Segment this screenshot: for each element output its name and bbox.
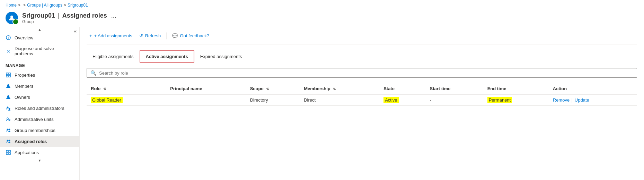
content-area: + + Add assignments ↺ Refresh 💬 Got feed…: [80, 27, 644, 180]
svg-rect-17: [6, 150, 8, 152]
role-value: Global Reader: [91, 97, 123, 103]
sidebar-item-assigned-roles[interactable]: Assigned roles: [0, 136, 79, 147]
column-end-time: End time: [483, 83, 549, 94]
svg-point-0: [10, 16, 13, 18]
sidebar-item-group-memberships[interactable]: Group memberships: [0, 125, 79, 136]
column-start-time: Start time: [426, 83, 483, 94]
sidebar-item-label: Properties: [15, 73, 35, 78]
cell-principal-name: [166, 94, 246, 106]
svg-rect-18: [9, 150, 10, 152]
refresh-icon: ↺: [139, 33, 143, 38]
breadcrumb-home[interactable]: Home: [6, 3, 17, 8]
search-input[interactable]: [99, 70, 633, 76]
sidebar-item-diagnose[interactable]: ✕ Diagnose and solve problems: [0, 43, 79, 59]
svg-rect-20: [9, 153, 10, 154]
sidebar-item-label: Roles and administrators: [15, 106, 64, 111]
sidebar-item-admin-units[interactable]: Administrative units: [0, 114, 79, 125]
members-icon: [6, 83, 11, 89]
add-assignments-button[interactable]: + + Add assignments: [87, 31, 135, 40]
table-header-row: Role ⇅ Principal name Scope ⇅ Membership: [87, 83, 637, 94]
tab-expired-assignments[interactable]: Expired assignments: [194, 50, 248, 63]
cell-state: Active: [379, 94, 425, 106]
sidebar-item-members[interactable]: Members: [0, 80, 79, 92]
cell-role: Global Reader: [87, 94, 166, 106]
breadcrumb-all-groups[interactable]: Groups | All groups: [27, 3, 62, 8]
sidebar: ▲ « i Overview ✕ Diagnose and solve prob…: [0, 27, 80, 180]
plus-icon: +: [89, 33, 92, 38]
refresh-button[interactable]: ↺ Refresh: [136, 31, 164, 40]
sort-icon[interactable]: ⇅: [103, 87, 106, 91]
page-title: Srigroup01 | Assigned roles ...: [22, 12, 118, 19]
page-header-text: Srigroup01 | Assigned roles ... Group: [22, 12, 118, 24]
owners-icon: [6, 94, 11, 100]
sidebar-section-manage: Manage: [0, 59, 79, 69]
svg-point-13: [7, 129, 9, 131]
column-scope: Scope ⇅: [246, 83, 300, 94]
feedback-icon: 💬: [172, 33, 178, 38]
end-time-value: Permanent: [487, 97, 512, 103]
column-state: State: [379, 83, 425, 94]
cell-start-time: -: [426, 94, 483, 106]
sidebar-item-properties[interactable]: Properties: [0, 69, 79, 80]
remove-button[interactable]: Remove: [553, 97, 570, 103]
svg-rect-19: [6, 153, 8, 154]
sidebar-item-label: Applications: [15, 150, 39, 155]
sidebar-collapse-button[interactable]: «: [74, 28, 77, 34]
svg-rect-4: [9, 73, 10, 75]
cell-end-time: Permanent: [483, 94, 549, 106]
state-value: Active: [383, 97, 398, 103]
sidebar-item-label: Diagnose and solve problems: [15, 46, 74, 56]
update-button[interactable]: Update: [575, 97, 589, 103]
applications-icon: [6, 150, 11, 155]
assigned-roles-icon: [6, 139, 11, 144]
svg-rect-6: [9, 75, 10, 77]
svg-point-11: [7, 118, 8, 119]
breadcrumb-srigroup01[interactable]: Srigroup01: [68, 3, 88, 8]
avatar: [6, 12, 18, 24]
sidebar-item-overview[interactable]: i Overview: [0, 32, 79, 43]
svg-rect-3: [6, 73, 8, 75]
roles-icon: [6, 105, 11, 111]
sort-icon[interactable]: ⇅: [266, 87, 269, 91]
app-container: Home > > Groups | All groups > Srigroup0…: [0, 0, 644, 180]
breadcrumb: Home > > Groups | All groups > Srigroup0…: [0, 0, 644, 10]
column-principal-name: Principal name: [166, 83, 246, 94]
cell-membership: Direct: [300, 94, 379, 106]
properties-icon: [6, 72, 11, 78]
main-layout: ▲ « i Overview ✕ Diagnose and solve prob…: [0, 27, 644, 180]
feedback-button[interactable]: 💬 Got feedback?: [169, 31, 212, 40]
sidebar-item-label: Administrative units: [15, 117, 54, 122]
sidebar-item-applications[interactable]: Applications: [0, 147, 79, 158]
wrench-icon: ✕: [6, 48, 11, 54]
cell-scope: Directory: [246, 94, 300, 106]
svg-point-14: [9, 129, 10, 131]
ellipsis-button[interactable]: ...: [110, 12, 118, 19]
svg-point-9: [7, 107, 9, 108]
sidebar-item-owners[interactable]: Owners: [0, 92, 79, 103]
svg-rect-5: [6, 75, 8, 77]
search-bar: 🔍: [87, 68, 637, 78]
cell-action: Remove | Update: [549, 94, 637, 106]
sidebar-item-label: Members: [15, 84, 33, 89]
info-icon: i: [6, 35, 11, 40]
sidebar-item-roles-admins[interactable]: Roles and administrators: [0, 103, 79, 114]
svg-point-12: [9, 119, 10, 121]
sidebar-item-label: Assigned roles: [15, 139, 47, 144]
sort-icon[interactable]: ⇅: [333, 87, 336, 91]
table-row: Global Reader Directory Direct Active - …: [87, 94, 637, 106]
column-action: Action: [549, 83, 637, 94]
tab-eligible-assignments[interactable]: Eligible assignments: [87, 50, 140, 63]
search-icon: 🔍: [90, 70, 96, 76]
svg-point-10: [9, 108, 10, 110]
svg-point-16: [9, 140, 10, 142]
tab-active-assignments[interactable]: Active assignments: [140, 50, 194, 63]
sidebar-item-label: Overview: [15, 35, 33, 40]
toolbar: + + Add assignments ↺ Refresh 💬 Got feed…: [87, 31, 637, 45]
svg-text:i: i: [8, 36, 9, 40]
page-subtitle: Group: [22, 19, 118, 24]
sidebar-item-label: Group memberships: [15, 128, 55, 133]
column-membership: Membership ⇅: [300, 83, 379, 94]
group-memberships-icon: [6, 127, 11, 133]
page-header: Srigroup01 | Assigned roles ... Group: [0, 10, 644, 27]
sidebar-item-label: Owners: [15, 95, 30, 100]
